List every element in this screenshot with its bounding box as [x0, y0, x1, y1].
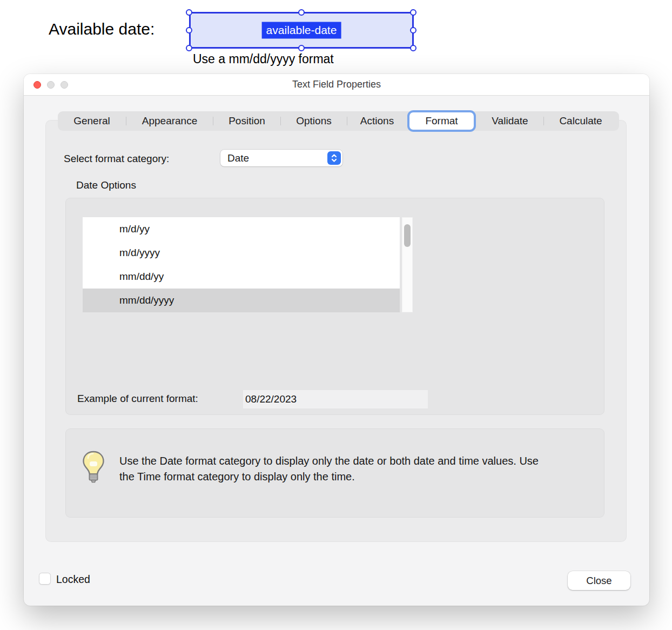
- resize-handle-top-right[interactable]: [410, 9, 416, 16]
- tab-options[interactable]: Options: [281, 111, 347, 131]
- resize-handle-mid-right[interactable]: [410, 27, 416, 33]
- format-category-value: Date: [220, 152, 327, 164]
- dialog-title: Text Field Properties: [292, 79, 381, 90]
- resize-handle-bottom-center[interactable]: [298, 45, 305, 51]
- close-button[interactable]: Close: [568, 571, 630, 590]
- tab-validate[interactable]: Validate: [476, 111, 543, 131]
- tab-position[interactable]: Position: [213, 111, 280, 131]
- pdf-form-field[interactable]: available-date: [189, 12, 414, 49]
- tab-calculate[interactable]: Calculate: [544, 111, 617, 131]
- tab-format-selected[interactable]: Format: [407, 110, 476, 132]
- dialog-titlebar: Text Field Properties: [24, 74, 649, 96]
- locked-label[interactable]: Locked: [56, 573, 90, 586]
- minimize-window-button[interactable]: [47, 81, 55, 89]
- tab-actions[interactable]: Actions: [347, 111, 407, 131]
- traffic-lights: [33, 74, 68, 96]
- resize-handle-mid-left[interactable]: [186, 27, 192, 33]
- list-item-selected[interactable]: mm/dd/yyyy: [83, 289, 400, 312]
- lightbulb-icon: [82, 451, 105, 486]
- format-category-dropdown[interactable]: Date: [220, 150, 342, 166]
- close-window-button[interactable]: [33, 81, 41, 89]
- locked-checkbox[interactable]: [39, 573, 51, 585]
- format-category-label: Select format category:: [64, 153, 169, 165]
- example-format-value: 08/22/2023: [243, 390, 428, 408]
- tab-appearance[interactable]: Appearance: [126, 111, 213, 131]
- tab-bar: General Appearance Position Options Acti…: [58, 111, 619, 131]
- date-format-list: m/d/yy m/d/yyyy mm/dd/yy mm/dd/yyyy: [83, 217, 400, 312]
- list-scrollbar-track[interactable]: [402, 217, 413, 312]
- list-item[interactable]: m/d/yyyy: [83, 241, 400, 265]
- pdf-field-label: Available date:: [49, 20, 154, 38]
- chevron-up-down-icon: [327, 151, 341, 165]
- format-tab-panel: Select format category: Date Date Option…: [45, 120, 627, 542]
- tip-box: Use the Date format category to display …: [65, 428, 604, 518]
- date-options-heading: Date Options: [76, 179, 136, 191]
- screenshot-root: Available date: available-date Use a mm/…: [0, 0, 672, 630]
- resize-handle-top-left[interactable]: [186, 9, 192, 16]
- list-item[interactable]: mm/dd/yy: [83, 265, 400, 289]
- text-field-properties-dialog: Text Field Properties Select format cate…: [24, 74, 649, 606]
- example-format-label: Example of current format:: [77, 393, 198, 405]
- tip-text: Use the Date format category to display …: [119, 453, 554, 484]
- resize-handle-top-center[interactable]: [298, 9, 305, 16]
- pdf-format-hint: Use a mm/dd/yyyy format: [193, 52, 334, 66]
- date-options-group: m/d/yy m/d/yyyy mm/dd/yy mm/dd/yyyy Exam…: [65, 198, 604, 415]
- field-name-highlighted[interactable]: available-date: [262, 22, 341, 39]
- tab-general[interactable]: General: [58, 111, 126, 131]
- resize-handle-bottom-right[interactable]: [410, 45, 416, 51]
- zoom-window-button[interactable]: [61, 81, 68, 89]
- resize-handle-bottom-left[interactable]: [186, 45, 192, 51]
- list-item[interactable]: m/d/yy: [83, 217, 400, 241]
- dialog-content: Select format category: Date Date Option…: [24, 96, 649, 605]
- list-scrollbar-thumb[interactable]: [404, 224, 411, 247]
